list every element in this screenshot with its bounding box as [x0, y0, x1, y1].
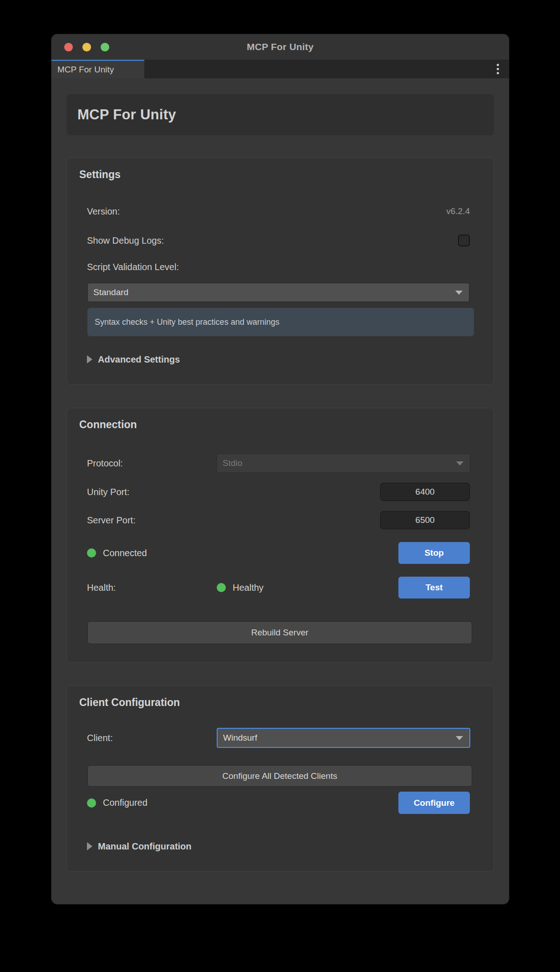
title-bar: MCP For Unity: [51, 34, 509, 60]
close-window-icon[interactable]: [64, 43, 73, 51]
foldout-arrow-icon: [87, 842, 92, 850]
client-label: Client:: [87, 733, 217, 743]
traffic-lights: [64, 34, 109, 60]
manual-configuration-foldout[interactable]: Manual Configuration: [79, 839, 481, 853]
debug-logs-row: Show Debug Logs:: [79, 234, 481, 247]
unity-port-field[interactable]: 6400: [380, 483, 470, 501]
unity-port-row: Unity Port: 6400: [79, 483, 481, 501]
version-row: Version: v6.2.4: [79, 205, 481, 218]
tab-mcp-for-unity[interactable]: MCP For Unity: [51, 60, 144, 78]
server-port-label: Server Port:: [87, 515, 136, 526]
server-port-field[interactable]: 6500: [380, 511, 470, 529]
client-value: Windsurf: [223, 733, 257, 743]
minimize-window-icon[interactable]: [82, 43, 91, 51]
validation-level-dropdown[interactable]: Standard: [87, 283, 469, 302]
zoom-window-icon[interactable]: [101, 43, 109, 51]
connected-status-dot-icon: [87, 548, 96, 558]
unity-port-label: Unity Port:: [87, 487, 129, 497]
configured-status-dot-icon: [87, 798, 96, 808]
foldout-arrow-icon: [87, 355, 92, 363]
advanced-settings-label: Advanced Settings: [98, 354, 180, 365]
version-value: v6.2.4: [446, 206, 470, 216]
connection-status-text: Connected: [103, 548, 147, 558]
validation-level-value: Standard: [93, 287, 128, 297]
stop-button[interactable]: Stop: [398, 542, 470, 564]
protocol-dropdown: Stdio: [217, 454, 470, 473]
debug-logs-label: Show Debug Logs:: [87, 235, 164, 246]
advanced-settings-foldout[interactable]: Advanced Settings: [79, 353, 481, 366]
tab-strip: MCP For Unity: [51, 60, 509, 78]
protocol-row: Protocol: Stdio: [79, 454, 481, 473]
tab-menu-kebab-icon[interactable]: [497, 60, 499, 78]
tab-label: MCP For Unity: [57, 65, 114, 75]
healthy-status-dot-icon: [217, 583, 226, 592]
configured-status-text: Configured: [103, 798, 148, 808]
client-configuration-section: Client Configuration Client: Windsurf Co…: [66, 686, 494, 872]
server-port-row: Server Port: 6500: [79, 511, 481, 529]
configure-button[interactable]: Configure: [398, 792, 470, 814]
configured-status-row: Configured Configure: [79, 792, 481, 814]
protocol-label: Protocol:: [87, 458, 217, 469]
version-label: Version:: [87, 206, 120, 217]
rebuild-server-button[interactable]: Rebuild Server: [87, 621, 472, 644]
health-status-group: Healthy: [217, 583, 346, 593]
validation-level-label: Script Validation Level:: [87, 262, 179, 272]
settings-section: Settings Version: v6.2.4 Show Debug Logs…: [66, 158, 494, 385]
health-status-text: Healthy: [233, 583, 264, 593]
settings-heading: Settings: [79, 168, 481, 181]
connection-status-row: Connected Stop: [79, 542, 481, 564]
manual-configuration-label: Manual Configuration: [98, 841, 192, 852]
page-header: MCP For Unity: [66, 94, 494, 135]
validation-help-box: Syntax checks + Unity best practices and…: [87, 308, 474, 336]
chevron-down-icon: [455, 291, 463, 295]
window-title: MCP For Unity: [247, 41, 314, 52]
connection-heading: Connection: [79, 418, 481, 431]
page-title: MCP For Unity: [77, 107, 176, 123]
mcp-for-unity-window: MCP For Unity MCP For Unity MCP For Unit…: [51, 34, 509, 904]
client-dropdown[interactable]: Windsurf: [217, 728, 470, 748]
chevron-down-icon: [456, 461, 463, 466]
validation-help-text: Syntax checks + Unity best practices and…: [95, 317, 280, 327]
validation-label-row: Script Validation Level:: [79, 261, 481, 273]
debug-logs-checkbox[interactable]: [458, 235, 470, 246]
protocol-value: Stdio: [223, 458, 242, 468]
client-configuration-heading: Client Configuration: [79, 696, 481, 709]
configure-all-clients-button[interactable]: Configure All Detected Clients: [87, 765, 472, 787]
content-area: MCP For Unity Settings Version: v6.2.4 S…: [51, 78, 509, 872]
health-label: Health:: [87, 583, 217, 593]
health-row: Health: Healthy Test: [79, 577, 481, 599]
connection-section: Connection Protocol: Stdio Unity Port: 6…: [66, 408, 494, 663]
client-row: Client: Windsurf: [79, 728, 481, 748]
test-button[interactable]: Test: [398, 577, 470, 599]
chevron-down-icon: [456, 736, 463, 740]
